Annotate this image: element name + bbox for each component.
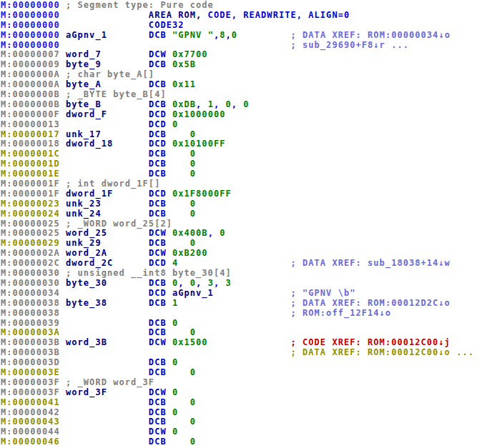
listing-line[interactable]: M:00000000 CODE32 xyxy=(1,21,497,31)
address-prefix: M:0000000A xyxy=(1,79,60,89)
symbol-name: unk_29 xyxy=(60,238,149,248)
directive-keyword: DCB xyxy=(149,59,172,69)
directive-keyword: DCB xyxy=(149,199,167,209)
listing-line[interactable]: M:00000017 unk_17 DCB 0 xyxy=(1,130,497,140)
listing-line[interactable]: M:0000000A byte_A DCB 0x11 xyxy=(1,80,497,90)
listing-line[interactable]: M:00000034 DCD aGpnv_1 ; "GPNV \b" xyxy=(1,289,497,299)
address-prefix: M:0000001F xyxy=(1,189,60,199)
data-value: 0 xyxy=(172,407,178,417)
address-prefix: M:0000000A xyxy=(1,69,60,79)
address-prefix: M:0000003B xyxy=(1,337,60,347)
directive-keyword: DCB xyxy=(60,149,167,159)
data-value: 0 xyxy=(172,387,178,397)
listing-line[interactable]: M:0000003F word_3F DCW 0 xyxy=(1,388,497,398)
data-value: 0 xyxy=(172,318,178,328)
comment: ; _WORD word_3F xyxy=(60,377,154,387)
listing-line[interactable]: M:00000000 AREA ROM, CODE, READWRITE, AL… xyxy=(1,11,497,21)
symbol-name: unk_17 xyxy=(60,129,149,139)
data-value: 0 xyxy=(167,367,196,377)
directive-keyword: , xyxy=(214,30,220,40)
listing-line[interactable]: M:00000000 aGpnv_1 DCB "GPNV ",8,0 ; DAT… xyxy=(1,31,497,41)
listing-line[interactable]: M:00000030 byte_30 DCB 0, 0, 3, 3 xyxy=(1,279,497,289)
listing-line[interactable]: M:00000044 DCW 0 xyxy=(1,427,497,437)
listing-line[interactable]: M:00000013 DCD 0 xyxy=(1,120,497,130)
address-prefix: M:0000003F xyxy=(1,377,60,387)
directive-keyword: DCD xyxy=(60,119,172,129)
listing-line[interactable]: M:0000001C DCB 0 xyxy=(1,149,497,159)
directive-keyword: CODE, READWRITE, ALIGN=0 xyxy=(202,10,350,20)
listing-line[interactable]: M:00000042 DCB 0 xyxy=(1,408,497,418)
xref-comment: ; CODE XREF: ROM:00012C00↓j xyxy=(208,337,451,347)
data-value: 0xDB xyxy=(172,99,196,109)
listing-line[interactable]: M:0000002C dword_2C DCD 4 ; DATA XREF: s… xyxy=(1,259,497,269)
listing-line[interactable]: M:0000003A DCB 0 xyxy=(1,328,497,338)
listing-line[interactable]: M:00000039 DCB 0 xyxy=(1,319,497,329)
data-value: 0 xyxy=(167,209,196,219)
listing-line[interactable]: M:0000003E DCB 0 xyxy=(1,368,497,378)
listing-line[interactable]: M:00000038 byte_38 DCB 1 ; DATA XREF: RO… xyxy=(1,299,497,309)
listing-line[interactable]: M:0000001F dword_1F DCD 0x1F8000FF xyxy=(1,189,497,199)
listing-line[interactable]: M:0000003B ; DATA XREF: ROM:00012C00↓o .… xyxy=(1,348,497,358)
listing-line[interactable]: M:00000043 DCB 0 xyxy=(1,417,497,427)
listing-line[interactable]: M:00000018 dword_18 DCD 0x10100FF xyxy=(1,139,497,149)
data-value: 0x7700 xyxy=(172,49,208,59)
listing-line[interactable]: M:00000023 unk_23 DCB 0 xyxy=(1,199,497,209)
symbol-name: word_7 xyxy=(60,49,149,59)
listing-line[interactable]: M:00000029 unk_29 DCB 0 xyxy=(1,239,497,249)
listing-line[interactable]: M:00000025 word_25 DCW 0x400B, 0 xyxy=(1,229,497,239)
listing-line[interactable]: M:00000046 DCB 0 xyxy=(1,437,497,447)
directive-keyword: DCB xyxy=(149,99,172,109)
address-prefix: M:00000007 xyxy=(1,49,60,59)
directive-keyword: DCW xyxy=(149,248,172,258)
symbol-name: byte_B xyxy=(60,99,149,109)
data-value: 0 xyxy=(167,169,196,179)
address-prefix: M:00000000 xyxy=(1,30,60,40)
directive-keyword: DCB xyxy=(60,397,167,407)
xref-comment: ; DATA XREF: ROM:00012C00↓o ... xyxy=(60,347,474,357)
address-prefix: M:00000030 xyxy=(1,278,60,288)
symbol-name: word_2A xyxy=(60,248,149,258)
data-value: 0 xyxy=(172,357,178,367)
directive-keyword: DCB xyxy=(149,238,167,248)
data-value: 0x10100FF xyxy=(172,139,225,149)
symbol-name: unk_24 xyxy=(60,209,149,219)
data-value: 0 xyxy=(190,278,196,288)
data-value: 0x1F8000FF xyxy=(172,189,232,199)
listing-line[interactable]: M:0000002A word_2A DCW 0xB200 xyxy=(1,249,497,259)
listing-line[interactable]: M:00000030 ; unsigned __int8 byte_30[4] xyxy=(1,269,497,279)
listing-line[interactable]: M:00000041 DCB 0 xyxy=(1,398,497,408)
xref-comment: ; ROM:off_12F14↓o xyxy=(60,308,391,318)
data-value: 0 xyxy=(167,199,196,209)
listing-line[interactable]: M:0000003B word_3B DCW 0x1500 ; CODE XRE… xyxy=(1,338,497,348)
listing-line[interactable]: M:00000000 ; sub_29690+F8↓r ... xyxy=(1,41,497,51)
listing-line[interactable]: M:0000001F ; int dword_1F[] xyxy=(1,179,497,189)
listing-line[interactable]: M:00000024 unk_24 DCB 0 xyxy=(1,209,497,219)
disassembly-view: M:00000000 ; Segment type: Pure codeM:00… xyxy=(0,0,497,448)
listing-line[interactable]: M:00000007 word_7 DCW 0x7700 xyxy=(1,50,497,60)
address-prefix: M:0000003F xyxy=(1,387,60,397)
data-value: 0 xyxy=(167,327,196,337)
listing-line[interactable]: M:0000000F dword_F DCD 0x1000000 xyxy=(1,110,497,120)
address-prefix: M:00000013 xyxy=(1,119,60,129)
symbol-name: word_25 xyxy=(60,228,149,238)
listing-line[interactable]: M:0000000B byte_B DCB 0xDB, 1, 0, 0 xyxy=(1,100,497,110)
listing-line[interactable]: M:00000038 ; ROM:off_12F14↓o xyxy=(1,309,497,319)
address-prefix: M:00000042 xyxy=(1,407,60,417)
listing-line[interactable]: M:0000001D DCB 0 xyxy=(1,159,497,169)
listing-line[interactable]: M:0000003D DCB 0 xyxy=(1,358,497,368)
directive-keyword: DCB xyxy=(60,327,167,337)
symbol-name: dword_2C xyxy=(60,258,149,268)
listing-line[interactable]: M:00000025 ; _WORD word_25[2] xyxy=(1,219,497,229)
listing-line[interactable]: M:0000003F ; _WORD word_3F xyxy=(1,378,497,388)
listing-line[interactable]: M:00000009 byte_9 DCB 0x5B xyxy=(1,60,497,70)
data-value: 0x5B xyxy=(172,59,196,69)
directive-keyword: , xyxy=(208,228,220,238)
directive-keyword: DCB xyxy=(60,159,167,169)
disassembly-listing[interactable]: M:00000000 ; Segment type: Pure codeM:00… xyxy=(0,0,497,447)
listing-line[interactable]: M:0000000A ; char byte_A[] xyxy=(1,70,497,80)
data-value: 0x1000000 xyxy=(172,109,225,119)
listing-line[interactable]: M:0000000B ; _BYTE byte_B[4] xyxy=(1,90,497,100)
directive-keyword: , xyxy=(178,278,190,288)
listing-line[interactable]: M:00000000 ; Segment type: Pure code xyxy=(1,1,497,11)
listing-line[interactable]: M:0000001E DCB 0 xyxy=(1,169,497,179)
